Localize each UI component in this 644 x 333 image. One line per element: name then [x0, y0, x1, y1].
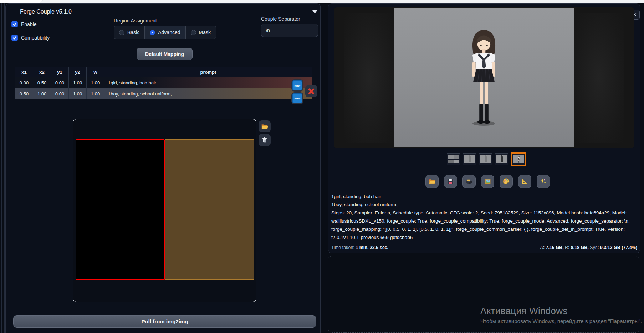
radio-label: Basic: [127, 30, 139, 35]
mem-sys-label: Sys: [590, 245, 597, 250]
picture-frame-icon: [484, 178, 491, 185]
adjacent-image-shadow: [344, 13, 394, 143]
cell-w[interactable]: 1.00: [87, 77, 104, 88]
region-assignment-radio-group: Basic Advanced Mask: [114, 26, 216, 39]
send-to-extras-button[interactable]: [518, 175, 531, 188]
generation-params: Steps: 20, Sampler: Euler a, Schedule ty…: [331, 209, 637, 241]
collapse-arrow-icon[interactable]: [312, 10, 317, 14]
new-row-icon: NEW: [292, 93, 302, 103]
pull-from-img2img-button[interactable]: Pull from img2img: [13, 315, 316, 328]
gallery-thumbnail[interactable]: [479, 153, 492, 165]
cell-prompt[interactable]: 1girl, standing, bob hair: [104, 77, 312, 88]
time-taken-label: Time taken:: [331, 245, 354, 250]
cell-x1[interactable]: 0.50: [15, 88, 33, 99]
enable-checkbox-row: Enable: [11, 21, 37, 27]
radio-option-basic[interactable]: Basic: [114, 26, 145, 39]
col-header-x1: x1: [15, 67, 33, 77]
windows-activation-watermark: Активация Windows Чтобы активировать Win…: [480, 306, 642, 324]
mapping-table: x1 x2 y1 y2 w prompt 0.00 0.50 0.00 1.00…: [15, 67, 312, 99]
radio-option-mask[interactable]: Mask: [186, 26, 216, 39]
save-image-button[interactable]: [444, 175, 457, 188]
prompt-line: 1girl, standing, bob hair: [331, 192, 637, 201]
open-folder-button[interactable]: [425, 175, 439, 188]
ruler-icon: [521, 178, 528, 185]
regions-wrapper: [76, 139, 254, 280]
add-row-button[interactable]: NEW: [291, 92, 303, 104]
memory-stats: A: 7.16 GB, R: 8.18 GB, Sys: 9.3/12 GB (…: [540, 245, 637, 250]
check-icon: [12, 22, 17, 26]
send-to-upscale-button[interactable]: [537, 175, 550, 188]
radio-label: Mask: [199, 30, 211, 35]
thumbnail-image: [496, 155, 507, 163]
compatibility-checkbox-row: Compatibility: [11, 35, 50, 41]
browser-edge: [0, 0, 644, 3]
mem-sys-value: : 9.3/12 GB (77.4%): [597, 245, 637, 250]
time-taken-value: 1 min. 22.5 sec.: [356, 245, 388, 250]
clear-background-button[interactable]: [259, 134, 271, 146]
table-row[interactable]: 0.50 1.00 0.00 1.00 1.00 1boy, standing,…: [15, 88, 312, 99]
gallery-thumbnail[interactable]: [495, 153, 508, 165]
default-mapping-button[interactable]: Default Mapping: [137, 48, 193, 60]
add-row-button[interactable]: NEW: [291, 79, 303, 92]
compatibility-checkbox[interactable]: [11, 35, 18, 41]
region-assignment-label: Region Assignment: [114, 18, 157, 24]
result-panel: 1girl, standing, bob hair 1boy, standing…: [328, 3, 640, 253]
region-2-boy[interactable]: [165, 139, 254, 280]
table-row[interactable]: 0.00 0.50 0.00 1.00 1.00 1girl, standing…: [15, 77, 312, 88]
cell-y2[interactable]: 1.00: [69, 77, 87, 88]
cell-x2[interactable]: 0.50: [33, 77, 51, 88]
gallery-thumbnail[interactable]: [463, 153, 476, 165]
sparkles-icon: [540, 178, 547, 185]
gallery-action-buttons: [425, 175, 550, 188]
mem-a-label: A: [540, 245, 543, 250]
column-divider: [4, 3, 5, 333]
cell-w[interactable]: 1.00: [87, 88, 104, 99]
thumbnail-grid-image: [448, 155, 459, 163]
cell-x2[interactable]: 1.00: [33, 88, 51, 99]
radio-option-advanced[interactable]: Advanced: [145, 26, 185, 39]
browser-tab-edge: [0, 0, 42, 3]
thumbnail-image: [464, 155, 475, 163]
send-to-img2img-button[interactable]: [481, 175, 494, 188]
column-divider: [1, 3, 2, 333]
enable-label: Enable: [21, 21, 37, 27]
enable-checkbox[interactable]: [11, 21, 18, 27]
col-header-y1: y1: [51, 67, 69, 77]
compatibility-label: Compatibility: [21, 35, 50, 41]
trash-icon: [261, 136, 269, 144]
cell-y1[interactable]: 0.00: [51, 77, 69, 88]
cell-x1[interactable]: 0.00: [15, 77, 33, 88]
generated-image[interactable]: [394, 8, 574, 147]
open-folder-icon: [261, 123, 269, 130]
gallery-thumbnail[interactable]: [447, 153, 460, 165]
open-folder-icon: [428, 178, 436, 185]
cell-y1[interactable]: 0.00: [51, 88, 69, 99]
watermark-subtitle: Чтобы активировать Windows, перейдите в …: [480, 318, 642, 324]
anime-girl-figure-mini: [516, 155, 521, 163]
time-taken: Time taken: 1 min. 22.5 sec.: [331, 245, 388, 250]
zip-archive-icon: [465, 178, 473, 185]
mem-r-label: R: [565, 245, 568, 250]
panel-title[interactable]: Forge Couple v5.1.0: [20, 9, 72, 15]
delete-row-button[interactable]: [305, 85, 317, 97]
load-background-button[interactable]: [259, 120, 271, 132]
forge-couple-panel: Forge Couple v5.1.0 Enable Compatibility…: [5, 3, 321, 333]
send-to-inpaint-button[interactable]: [500, 175, 513, 188]
delete-x-icon: [307, 87, 315, 95]
save-floppy-icon: [447, 178, 454, 185]
region-mapping-canvas[interactable]: [73, 119, 256, 302]
col-header-w: w: [87, 67, 104, 77]
gallery-thumbnail-selected[interactable]: [511, 152, 526, 166]
save-zip-button[interactable]: [462, 175, 476, 188]
check-icon: [12, 36, 17, 40]
thumbnail-image: [513, 155, 524, 163]
cell-prompt[interactable]: 1boy, standing, school uniform,: [104, 88, 312, 99]
cell-y2[interactable]: 1.00: [69, 88, 87, 99]
couple-separator-input[interactable]: [261, 24, 318, 37]
col-header-y2: y2: [69, 67, 87, 77]
radio-label: Advanced: [158, 30, 180, 35]
region-1-girl[interactable]: [76, 139, 165, 280]
generation-info: 1girl, standing, bob hair 1boy, standing…: [331, 192, 637, 241]
thumbnail-image: [480, 155, 491, 163]
palette-icon: [502, 178, 510, 185]
